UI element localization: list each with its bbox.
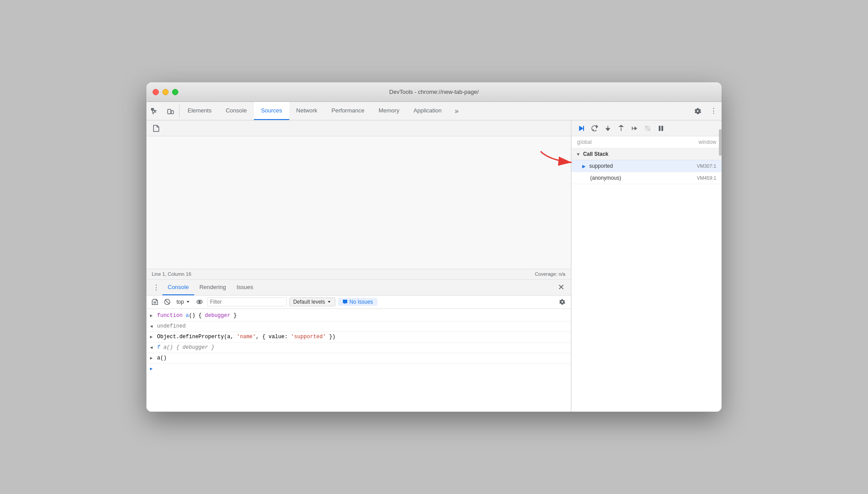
levels-dropdown-icon — [327, 300, 331, 304]
expand-arrow[interactable]: ▶ — [150, 354, 155, 363]
console-text: f a() { debugger } — [157, 343, 567, 351]
console-settings-button[interactable] — [557, 297, 567, 307]
more-tabs-button[interactable]: » — [449, 102, 465, 120]
debugger-toolbar — [146, 120, 571, 136]
console-menu-button[interactable]: ⋮ — [150, 281, 162, 293]
svg-rect-25 — [659, 126, 661, 131]
chat-icon — [342, 299, 348, 305]
status-bar: Line 1, Column 16 Coverage: n/a — [146, 269, 571, 279]
devtools-window: DevTools - chrome://new-tab-page/ Elemen… — [146, 82, 722, 412]
tab-network[interactable]: Network — [289, 102, 325, 120]
maximize-button[interactable] — [172, 89, 178, 95]
expand-arrow[interactable]: ▶ — [150, 365, 155, 373]
settings-button[interactable] — [690, 108, 706, 115]
step-over-button[interactable] — [588, 122, 601, 135]
tab-memory[interactable]: Memory — [372, 102, 407, 120]
devtools-panel: Elements Console Sources Network Perform… — [146, 102, 722, 412]
scrollbar-track[interactable] — [719, 120, 722, 412]
tabs-spacer — [465, 102, 690, 120]
tab-separator — [179, 104, 180, 117]
title-bar: DevTools - chrome://new-tab-page/ — [146, 82, 722, 102]
svg-marker-8 — [187, 301, 189, 303]
context-selector[interactable]: top — [175, 298, 192, 306]
svg-marker-19 — [619, 125, 623, 127]
stack-item-anonymous[interactable]: (anonymous) VM459:1 — [572, 172, 722, 184]
tab-elements[interactable]: Elements — [181, 102, 219, 120]
svg-marker-12 — [579, 126, 584, 131]
right-panel: ɡlobal window ▼ Call Stack ▶ supported — [571, 120, 722, 412]
expand-arrow: ◀ — [150, 322, 155, 331]
console-text: function a() { debugger } — [157, 312, 567, 320]
stack-item-supported[interactable]: ▶ supported VM307:1 — [572, 160, 722, 172]
window-title: DevTools - chrome://new-tab-page/ — [389, 89, 479, 95]
console-output: ▶ function a() { debugger } ◀ undefined — [146, 309, 571, 412]
cursor-position: Line 1, Column 16 — [152, 271, 191, 277]
tab-rendering[interactable]: Rendering — [194, 280, 231, 295]
deactivate-breakpoints-button[interactable] — [641, 122, 654, 135]
console-text: Object.defineProperty(a, 'name', { value… — [157, 333, 567, 341]
svg-marker-17 — [606, 128, 610, 131]
step-out-button[interactable] — [615, 122, 627, 135]
more-options-button[interactable]: ⋮ — [706, 107, 722, 115]
minimize-button[interactable] — [162, 89, 169, 95]
open-file-button[interactable] — [150, 122, 162, 135]
call-stack-section: ɡlobal window ▼ Call Stack ▶ supported — [572, 136, 722, 412]
partial-stack-item: ɡlobal window — [572, 136, 722, 148]
tab-performance[interactable]: Performance — [324, 102, 371, 120]
default-levels-button[interactable]: Default levels — [289, 297, 335, 306]
svg-marker-11 — [328, 301, 330, 303]
debugger-controls — [572, 120, 722, 136]
devtools-body: Line 1, Column 16 Coverage: n/a ⋮ Consol… — [146, 120, 722, 412]
coverage-status: Coverage: n/a — [535, 271, 565, 277]
svg-line-23 — [645, 126, 650, 131]
source-content-area — [146, 136, 571, 269]
svg-marker-14 — [596, 125, 598, 128]
eye-button[interactable] — [195, 297, 204, 307]
step-button[interactable] — [628, 122, 641, 135]
scrollbar-thumb[interactable] — [719, 129, 722, 156]
close-button[interactable] — [153, 89, 159, 95]
console-section: ⋮ Console Rendering Issues ✕ — [146, 279, 571, 412]
block-requests-button[interactable] — [162, 297, 172, 307]
tab-application[interactable]: Application — [407, 102, 449, 120]
close-drawer-button[interactable]: ✕ — [555, 281, 567, 293]
active-frame-icon: ▶ — [582, 164, 586, 169]
collapse-arrow: ▼ — [576, 152, 580, 157]
console-text: a() — [157, 354, 567, 362]
console-line[interactable]: ▶ a() — [146, 353, 571, 364]
console-line[interactable]: ▶ Object.defineProperty(a, 'name', { val… — [146, 332, 571, 343]
svg-marker-2 — [154, 125, 159, 131]
no-issues-button[interactable]: No Issues — [338, 298, 377, 306]
resume-button[interactable] — [575, 122, 588, 135]
svg-line-7 — [165, 300, 169, 304]
console-line[interactable]: ▶ — [146, 364, 571, 374]
step-into-button[interactable] — [602, 122, 614, 135]
devtools-right-icons: ⋮ — [690, 102, 722, 120]
sources-panel: Line 1, Column 16 Coverage: n/a ⋮ Consol… — [146, 120, 571, 412]
console-line[interactable]: ◀ undefined — [146, 321, 571, 332]
inspect-element-button[interactable] — [146, 102, 162, 120]
tab-console-drawer[interactable]: Console — [162, 280, 194, 295]
console-text: undefined — [157, 322, 567, 330]
svg-rect-26 — [661, 126, 663, 131]
traffic-lights — [153, 89, 178, 95]
call-stack-label: Call Stack — [583, 151, 608, 157]
expand-arrow[interactable]: ▶ — [150, 333, 155, 341]
tab-console[interactable]: Console — [219, 102, 254, 120]
expand-arrow[interactable]: ▶ — [150, 312, 155, 320]
console-line[interactable]: ▶ function a() { debugger } — [146, 311, 571, 321]
clear-console-button[interactable] — [150, 297, 160, 307]
console-toolbar: top Defaul — [146, 296, 571, 309]
devtools-tab-bar: Elements Console Sources Network Perform… — [146, 102, 722, 120]
context-dropdown-icon — [186, 300, 190, 304]
pause-on-exceptions-button[interactable] — [655, 122, 667, 135]
tab-sources[interactable]: Sources — [254, 102, 289, 120]
console-line[interactable]: ◀ f a() { debugger } — [146, 343, 571, 353]
call-stack-header[interactable]: ▼ Call Stack — [572, 148, 722, 160]
tab-issues[interactable]: Issues — [231, 280, 259, 295]
console-tab-bar: ⋮ Console Rendering Issues ✕ — [146, 280, 571, 296]
filter-input[interactable] — [207, 297, 287, 306]
device-toolbar-button[interactable] — [162, 102, 178, 120]
svg-point-10 — [199, 301, 200, 303]
svg-rect-1 — [171, 111, 173, 114]
